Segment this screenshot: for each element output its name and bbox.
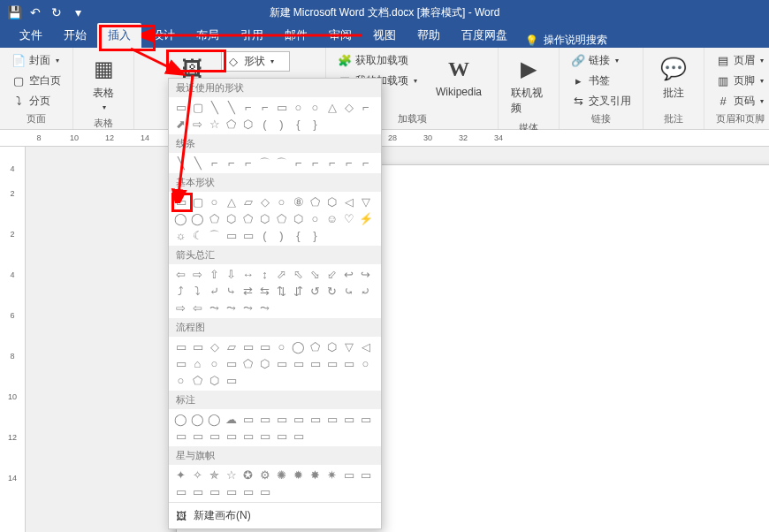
shape-item[interactable]: ⌐: [340, 155, 357, 171]
shape-item[interactable]: ▭: [223, 428, 240, 445]
shape-item[interactable]: ⌂: [189, 355, 206, 372]
shape-item[interactable]: ◯: [172, 411, 189, 428]
shape-item[interactable]: ⬡: [206, 372, 223, 389]
get-addins-button[interactable]: 🧩获取加载项: [333, 51, 422, 70]
shape-item[interactable]: ⬡: [223, 210, 240, 227]
shape-item[interactable]: △: [324, 99, 340, 116]
wikipedia-button[interactable]: W Wikipedia: [427, 51, 491, 102]
shape-item[interactable]: ⬡: [256, 210, 273, 227]
shape-item[interactable]: ▢: [189, 99, 206, 116]
shape-item[interactable]: {: [290, 116, 307, 133]
shape-item[interactable]: ⇨: [189, 116, 206, 133]
shape-item[interactable]: ⬠: [206, 210, 223, 227]
shape-item[interactable]: ▭: [290, 428, 307, 445]
shape-item[interactable]: }: [307, 116, 324, 133]
save-icon[interactable]: 💾: [5, 4, 23, 21]
shape-item[interactable]: ▭: [273, 355, 290, 372]
shape-item[interactable]: ⑧: [290, 194, 307, 210]
shape-item[interactable]: ⇆: [256, 283, 273, 300]
shape-item[interactable]: ○: [290, 99, 307, 116]
shape-item[interactable]: ▭: [256, 411, 273, 428]
tab-home[interactable]: 开始: [53, 23, 97, 48]
shape-item[interactable]: ▭: [172, 99, 189, 116]
shape-item[interactable]: ⬁: [290, 266, 307, 283]
shape-item[interactable]: ⬀: [273, 266, 290, 283]
shape-item[interactable]: ▭: [290, 355, 307, 372]
shape-item[interactable]: ◇: [256, 194, 273, 210]
shape-item[interactable]: ╲: [189, 155, 206, 171]
shape-item[interactable]: ☾: [189, 227, 206, 244]
shape-item[interactable]: ○: [206, 355, 223, 372]
shape-item[interactable]: ⌒: [256, 155, 273, 171]
shape-item[interactable]: ⌐: [324, 155, 340, 171]
shape-item[interactable]: ▭: [307, 411, 324, 428]
shape-item[interactable]: ○: [307, 210, 324, 227]
tell-me[interactable]: 💡 操作说明搜索: [525, 33, 607, 48]
tab-references[interactable]: 引用: [230, 23, 274, 48]
shape-item[interactable]: ▭: [240, 428, 256, 445]
shape-item[interactable]: ◯: [189, 411, 206, 428]
shape-item[interactable]: ◯: [189, 210, 206, 227]
document-area[interactable]: [26, 147, 769, 532]
shape-item[interactable]: ◯: [290, 338, 307, 355]
shape-item[interactable]: ▭: [206, 428, 223, 445]
shape-item[interactable]: ▭: [172, 194, 189, 210]
shape-item[interactable]: ✷: [324, 467, 340, 483]
shape-item[interactable]: ⬠: [223, 116, 240, 133]
shape-item[interactable]: ○: [357, 355, 374, 372]
shape-item[interactable]: ▭: [273, 428, 290, 445]
footer-button[interactable]: ▥页脚▾: [712, 72, 768, 90]
shape-item[interactable]: }: [307, 227, 324, 244]
shape-item[interactable]: ⬠: [307, 338, 324, 355]
shape-item[interactable]: ▱: [240, 194, 256, 210]
shape-item[interactable]: ↩: [340, 266, 357, 283]
shape-item[interactable]: ↪: [357, 266, 374, 283]
shape-item[interactable]: ⬠: [273, 210, 290, 227]
shape-item[interactable]: ▭: [357, 411, 374, 428]
shape-item[interactable]: ✦: [172, 467, 189, 483]
shape-item[interactable]: ◁: [340, 194, 357, 210]
shape-item[interactable]: ◇: [206, 338, 223, 355]
shape-item[interactable]: ⇅: [273, 283, 290, 300]
shape-item[interactable]: ↔: [240, 266, 256, 283]
shape-item[interactable]: ⌐: [357, 99, 374, 116]
shape-item[interactable]: ⤵: [189, 283, 206, 300]
shape-item[interactable]: ▭: [340, 467, 357, 483]
tab-review[interactable]: 审阅: [318, 23, 362, 48]
shape-item[interactable]: ○: [172, 372, 189, 389]
shape-item[interactable]: ✪: [240, 467, 256, 483]
shape-item[interactable]: ▭: [189, 483, 206, 500]
shape-item[interactable]: (: [256, 227, 273, 244]
shape-item[interactable]: ⇧: [206, 266, 223, 283]
shape-item[interactable]: ▭: [172, 355, 189, 372]
shape-item[interactable]: ⤷: [223, 283, 240, 300]
tab-file[interactable]: 文件: [9, 23, 53, 48]
shape-item[interactable]: ▭: [240, 338, 256, 355]
shape-item[interactable]: ): [273, 227, 290, 244]
shape-item[interactable]: ▭: [324, 355, 340, 372]
shape-item[interactable]: ▭: [307, 355, 324, 372]
comment-button[interactable]: 💬 批注: [651, 51, 697, 104]
shape-item[interactable]: ⇦: [189, 300, 206, 316]
shape-item[interactable]: ⚙: [256, 467, 273, 483]
shape-item[interactable]: ▭: [223, 355, 240, 372]
shape-item[interactable]: ⇨: [189, 266, 206, 283]
qat-customize-icon[interactable]: ▾: [69, 4, 87, 21]
shape-item[interactable]: ⤳: [223, 300, 240, 316]
shape-item[interactable]: ⬈: [172, 116, 189, 133]
shape-item[interactable]: ▭: [357, 467, 374, 483]
shape-item[interactable]: ▭: [223, 227, 240, 244]
shape-item[interactable]: ⌐: [223, 155, 240, 171]
shape-item[interactable]: ▭: [172, 428, 189, 445]
shape-item[interactable]: ⤾: [357, 283, 374, 300]
shape-item[interactable]: ⬡: [324, 194, 340, 210]
shape-item[interactable]: ▭: [273, 99, 290, 116]
table-button[interactable]: ▦ 表格▾: [80, 51, 126, 115]
tab-design[interactable]: 设计: [141, 23, 186, 48]
shape-item[interactable]: ▭: [340, 355, 357, 372]
shape-item[interactable]: ⬡: [324, 338, 340, 355]
shape-item[interactable]: ⌐: [206, 155, 223, 171]
shape-item[interactable]: ○: [273, 194, 290, 210]
shape-item[interactable]: ✧: [189, 467, 206, 483]
online-video-button[interactable]: ▶ 联机视频: [506, 51, 552, 119]
